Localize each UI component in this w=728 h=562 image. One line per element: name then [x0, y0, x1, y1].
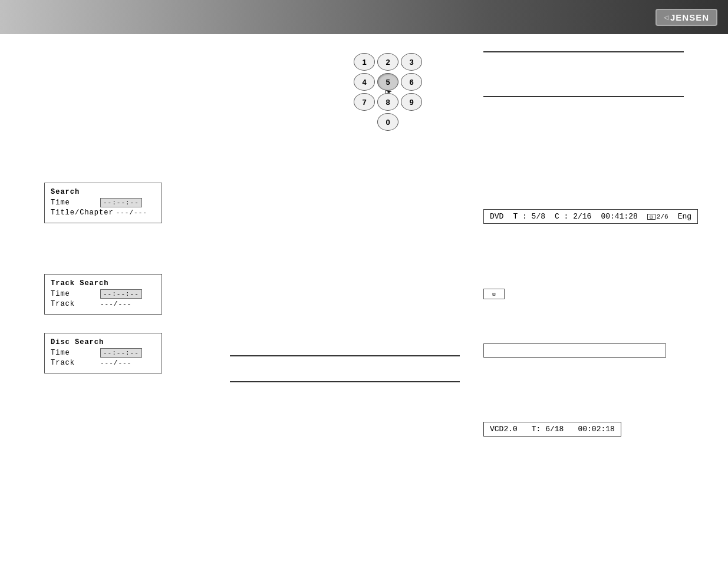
track-time-row: Time --:--:--	[51, 289, 156, 299]
disc-search-title: Disc Search	[51, 338, 156, 346]
disc-track-value: ---/---	[100, 359, 131, 366]
vcd-track: T: 6/18	[532, 425, 564, 434]
top-divider-line	[483, 51, 684, 52]
bottom-divider-line2	[230, 381, 460, 382]
disc-time-row: Time --:--:--	[51, 348, 156, 358]
dvd-title: T : 5/8	[513, 212, 545, 221]
empty-rectangle	[483, 343, 666, 358]
num-btn-8[interactable]: 8	[377, 93, 398, 111]
num-btn-3[interactable]: 3	[401, 53, 422, 71]
numpad: 1 2 3 4 5 ☞ 6 7 8 9 0	[354, 53, 422, 131]
dvd-chapter-row: Title/Chapter ---/---	[51, 209, 156, 217]
num-btn-0[interactable]: 0	[377, 113, 398, 131]
dvd-time-value: --:--:--	[100, 198, 142, 207]
audio-icon: ⊡	[647, 214, 655, 220]
dvd-search-title: Search	[51, 188, 156, 196]
dvd-chapter-value: ---/---	[116, 209, 147, 216]
num-btn-1[interactable]: 1	[354, 53, 375, 71]
track-track-row: Track ---/---	[51, 300, 156, 308]
track-search-title: Track Search	[51, 279, 156, 287]
num-btn-7[interactable]: 7	[354, 93, 375, 111]
disc-track-label: Track	[51, 359, 98, 367]
track-track-label: Track	[51, 300, 98, 308]
bottom-divider-line1	[230, 355, 460, 356]
vcd-icon-symbol: ⊡	[492, 291, 495, 297]
num-btn-9[interactable]: 9	[401, 93, 422, 111]
num-btn-2[interactable]: 2	[377, 53, 398, 71]
dvd-chapter-label: Title/Chapter	[51, 209, 114, 217]
dvd-chapter: C : 2/16	[555, 212, 591, 221]
num-btn-5[interactable]: 5 ☞	[377, 73, 398, 91]
vcd-status-bar: VCD2.0 T: 6/18 00:02:18	[483, 422, 621, 437]
numpad-grid: 1 2 3 4 5 ☞ 6 7 8 9 0	[354, 53, 422, 131]
jensen-logo: JENSEN	[655, 9, 717, 26]
dvd-status-bar: DVD T : 5/8 C : 2/16 00:41:28 ⊡2/6 Eng	[483, 209, 698, 224]
dvd-search-box: Search Time --:--:-- Title/Chapter ---/-…	[44, 183, 162, 223]
dvd-time-row: Time --:--:--	[51, 198, 156, 207]
track-time-value: --:--:--	[100, 289, 142, 299]
disc-time-value: --:--:--	[100, 348, 142, 358]
vcd-icon-box: ⊡	[483, 289, 505, 299]
disc-search-box: Disc Search Time --:--:-- Track ---/---	[44, 333, 162, 373]
track-time-label: Time	[51, 290, 98, 298]
dvd-audio: ⊡2/6	[647, 213, 668, 220]
disc-track-row: Track ---/---	[51, 359, 156, 367]
num-btn-4[interactable]: 4	[354, 73, 375, 91]
logo-text: JENSEN	[670, 12, 709, 22]
header-bar: JENSEN	[0, 0, 728, 34]
disc-time-label: Time	[51, 349, 98, 357]
dvd-time-label: Time	[51, 199, 98, 207]
dvd-format: DVD	[490, 212, 503, 221]
track-track-value: ---/---	[100, 300, 131, 308]
dvd-time: 00:41:28	[601, 212, 637, 221]
vcd-format: VCD2.0	[490, 425, 518, 434]
dvd-lang: Eng	[678, 212, 691, 221]
num-btn-6[interactable]: 6	[401, 73, 422, 91]
track-search-box: Track Search Time --:--:-- Track ---/---	[44, 274, 162, 315]
vcd-time: 00:02:18	[578, 425, 614, 434]
section-divider-line	[483, 96, 684, 97]
